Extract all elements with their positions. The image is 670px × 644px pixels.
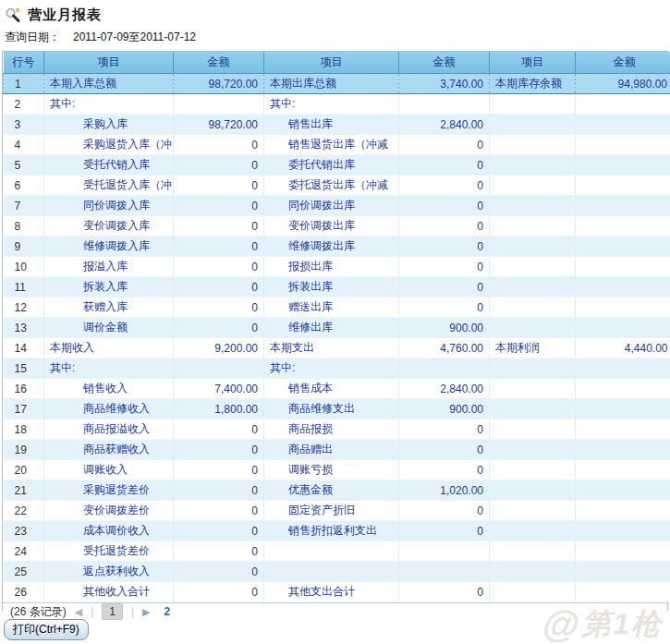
table-row[interactable]: 5受托代销入库0委托代销出库0 bbox=[4, 155, 670, 176]
table-row[interactable]: 22变价调拨差价0固定资产折旧0 bbox=[4, 501, 670, 521]
print-button[interactable]: 打印(Ctrl+F9) bbox=[4, 619, 89, 640]
amount-cell: 0 bbox=[174, 582, 264, 602]
table-row[interactable]: 18商品报溢收入0商品报损0 bbox=[4, 419, 670, 440]
next-page-icon[interactable]: ▶ bbox=[142, 607, 150, 617]
table-row[interactable]: 24受托退货差价0 bbox=[4, 541, 670, 562]
table-row[interactable]: 10报溢入库0报损出库0 bbox=[4, 257, 670, 277]
amount-cell bbox=[399, 94, 490, 115]
amount-cell: 1,020.00 bbox=[399, 480, 490, 501]
item-cell: 报溢入库 bbox=[44, 257, 174, 277]
item-cell bbox=[490, 541, 576, 562]
page-2-link[interactable]: 2 bbox=[164, 605, 171, 618]
item-cell: 采购退货入库（冲 bbox=[44, 135, 174, 155]
table-row[interactable]: 19商品获赠收入0商品赠出0 bbox=[4, 440, 670, 460]
row-number-cell: 11 bbox=[4, 277, 44, 298]
item-cell: 变价调拨差价 bbox=[44, 501, 174, 521]
table-row[interactable]: 13调价金额0维修出库900.00 bbox=[4, 318, 670, 338]
item-cell bbox=[264, 541, 399, 562]
table-row[interactable]: 1本期入库总额98,720.00本期出库总额3,740.00本期库存余额94,9… bbox=[4, 74, 670, 94]
column-header[interactable]: 项目 bbox=[264, 52, 399, 74]
amount-cell: 0 bbox=[174, 562, 264, 582]
row-number-cell: 15 bbox=[4, 358, 44, 379]
column-header[interactable]: 金额 bbox=[174, 52, 264, 74]
amount-cell: 0 bbox=[399, 277, 490, 298]
table-row[interactable]: 2其中:其中: bbox=[4, 94, 670, 115]
table-row[interactable]: 16销售收入7,400.00销售成本2,840.00 bbox=[4, 379, 670, 399]
amount-cell: 0 bbox=[174, 135, 264, 155]
amount-cell: 94,980.00 bbox=[576, 74, 670, 94]
row-number-cell: 20 bbox=[4, 460, 44, 480]
amount-cell bbox=[576, 216, 670, 237]
table-row[interactable]: 7同价调拨入库0同价调拨出库0 bbox=[4, 196, 670, 216]
table-row[interactable]: 21采购退货差价0优惠金额1,020.00 bbox=[4, 480, 670, 501]
table-row[interactable]: 15其中:其中: bbox=[4, 358, 670, 379]
column-header[interactable]: 金额 bbox=[576, 52, 670, 74]
amount-cell bbox=[576, 155, 670, 176]
item-cell: 销售退货出库（冲减 bbox=[264, 135, 399, 155]
amount-cell: 4,440.00 bbox=[576, 338, 670, 358]
item-cell bbox=[490, 277, 576, 298]
item-cell bbox=[490, 237, 576, 257]
table-row[interactable]: 20调账收入0调账亏损0 bbox=[4, 460, 670, 480]
amount-cell: 0 bbox=[174, 237, 264, 257]
row-number-cell: 5 bbox=[4, 155, 44, 176]
item-cell: 受托代销入库 bbox=[44, 155, 174, 176]
row-number-cell: 7 bbox=[4, 196, 44, 216]
column-header[interactable]: 行号 bbox=[4, 52, 44, 74]
amount-cell: 9,200.00 bbox=[174, 338, 264, 358]
query-date-label: 查询日期： bbox=[5, 30, 60, 43]
amount-cell bbox=[576, 257, 670, 277]
item-cell: 拆装出库 bbox=[264, 277, 399, 298]
item-cell: 商品赠出 bbox=[264, 440, 399, 460]
item-cell: 其中: bbox=[44, 358, 174, 379]
amount-cell: 0 bbox=[174, 419, 264, 440]
item-cell bbox=[490, 501, 576, 521]
table-row[interactable]: 17商品维修收入1,800.00商品维修支出900.00 bbox=[4, 399, 670, 419]
amount-cell bbox=[576, 399, 670, 419]
table-row[interactable]: 3采购入库98,720.00销售出库2,840.00 bbox=[4, 115, 670, 135]
item-cell bbox=[490, 196, 576, 216]
table-row[interactable]: 11拆装入库0拆装出库0 bbox=[4, 277, 670, 298]
item-cell: 商品维修支出 bbox=[264, 399, 399, 419]
table-row[interactable]: 6受托退货入库（冲0委托退货出库（冲减0 bbox=[4, 176, 670, 196]
table-row[interactable]: 8变价调拨入库0变价调拨出库0 bbox=[4, 216, 670, 237]
table-row[interactable]: 4采购退货入库（冲0销售退货出库（冲减0 bbox=[4, 135, 670, 155]
row-number-cell: 18 bbox=[4, 419, 44, 440]
amount-cell bbox=[576, 176, 670, 196]
item-cell bbox=[490, 298, 576, 318]
amount-cell: 98,720.00 bbox=[174, 74, 264, 94]
table-row[interactable]: 26其他收入合计0其他支出合计0 bbox=[4, 582, 670, 602]
row-number-cell: 13 bbox=[4, 318, 44, 338]
table-row[interactable]: 9维修调拨入库0维修调拨出库0 bbox=[4, 237, 670, 257]
item-cell: 采购入库 bbox=[44, 115, 174, 135]
item-cell bbox=[490, 582, 576, 602]
item-cell: 维修调拨入库 bbox=[44, 237, 174, 257]
amount-cell bbox=[576, 298, 670, 318]
item-cell bbox=[490, 460, 576, 480]
prev-page-icon[interactable]: ◀ bbox=[75, 607, 82, 617]
table-row[interactable]: 23成本调价收入0销售折扣返利支出0 bbox=[4, 521, 670, 541]
item-cell: 采购退货差价 bbox=[44, 480, 174, 501]
column-header[interactable]: 项目 bbox=[490, 52, 576, 74]
report-table: 行号项目金额项目金额项目金额 1本期入库总额98,720.00本期出库总额3,7… bbox=[3, 52, 670, 602]
amount-cell bbox=[576, 196, 670, 216]
table-row[interactable]: 25返点获利收入0 bbox=[4, 562, 670, 582]
row-number-cell: 1 bbox=[4, 74, 44, 94]
table-row[interactable]: 12获赠入库0赠送出库0 bbox=[4, 298, 670, 318]
column-header[interactable]: 金额 bbox=[399, 52, 490, 74]
amount-cell: 7,400.00 bbox=[174, 379, 264, 399]
item-cell bbox=[490, 115, 576, 135]
item-cell bbox=[490, 440, 576, 460]
amount-cell bbox=[399, 562, 490, 582]
item-cell: 本期出库总额 bbox=[264, 74, 399, 94]
table-row[interactable]: 14本期收入9,200.00本期支出4,760.00本期利润4,440.00 bbox=[4, 338, 670, 358]
amount-cell: 0 bbox=[399, 440, 490, 460]
amount-cell: 0 bbox=[399, 237, 490, 257]
item-cell bbox=[490, 480, 576, 501]
amount-cell: 98,720.00 bbox=[174, 115, 264, 135]
query-date-line: 查询日期：2011-07-09至2011-07-12 bbox=[0, 26, 670, 51]
amount-cell bbox=[576, 501, 670, 521]
row-number-cell: 6 bbox=[4, 176, 44, 196]
column-header[interactable]: 项目 bbox=[44, 52, 174, 74]
item-cell: 获赠入库 bbox=[44, 298, 174, 318]
